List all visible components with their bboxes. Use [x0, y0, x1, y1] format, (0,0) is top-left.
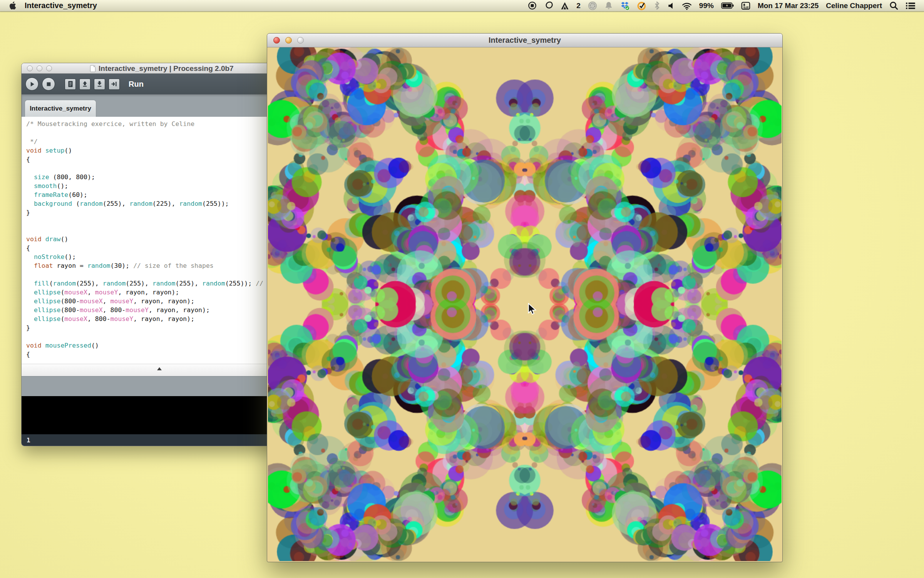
code-line: [26, 164, 292, 173]
code-line: [26, 217, 292, 226]
code-line: ellipse(mouseX, 800-mouseY, rayon, rayon…: [26, 314, 292, 323]
save-arrow-down-icon: [96, 81, 103, 87]
collapse-caret-icon: [157, 367, 162, 370]
code-line: [26, 128, 292, 137]
ide-toolbar: Run: [22, 74, 292, 94]
code-line: size (800, 800);: [26, 173, 292, 181]
menubar-app-name[interactable]: Interactive_symetry: [25, 1, 97, 10]
code-line: {: [26, 155, 292, 164]
status-bar-line-number: 1: [22, 434, 292, 446]
sketch-output-window: Interactive_symetry: [267, 33, 783, 562]
export-arrow-right-icon: [111, 81, 118, 87]
apple-icon[interactable]: [9, 0, 16, 12]
new-document-icon: [67, 81, 74, 87]
open-arrow-up-icon: [82, 81, 88, 87]
shape-outline-icon[interactable]: [544, 0, 553, 12]
adobe-updater-icon[interactable]: [561, 0, 569, 12]
stop-button[interactable]: [42, 77, 55, 91]
console-divider[interactable]: [22, 364, 292, 376]
code-line: /* Mousetracking exercice, written by Ce…: [26, 119, 292, 128]
menu-bar: Interactive_symetry 2: [0, 0, 924, 12]
code-line: void draw(): [26, 235, 292, 244]
volume-icon[interactable]: [668, 0, 675, 12]
spotlight-search-icon[interactable]: [889, 0, 898, 12]
code-line: {: [26, 350, 292, 359]
code-line: ellipse(800-mouseX, mouseY, rayon, rayon…: [26, 297, 292, 306]
app-window-icon[interactable]: [741, 0, 750, 12]
ide-tab-bar: Interactive_symetry: [22, 94, 292, 117]
code-line: void mousePressed(): [26, 341, 292, 350]
battery-icon[interactable]: [721, 0, 734, 12]
ide-title-bar[interactable]: Interactive_symetry | Processing 2.0b7: [22, 63, 292, 74]
sketch-window-title: Interactive_symetry: [267, 36, 782, 45]
adobe-update-count: 2: [576, 2, 581, 10]
code-line: frameRate(60);: [26, 190, 292, 199]
code-line: background (random(255), random(225), ra…: [26, 199, 292, 208]
sketch-title-bar[interactable]: Interactive_symetry: [267, 34, 782, 47]
play-icon: [29, 81, 35, 87]
code-line: [26, 270, 292, 279]
code-line: */: [26, 137, 292, 146]
stop-icon: [46, 82, 51, 87]
code-line: ellipse(800-mouseX, 800-mouseY, rayon, r…: [26, 306, 292, 314]
run-status-label: Run: [129, 80, 144, 89]
notification-center-icon[interactable]: [906, 0, 916, 12]
code-line: void setup(): [26, 146, 292, 155]
code-line: [26, 226, 292, 235]
code-line: }: [26, 208, 292, 217]
screen-recording-icon[interactable]: [528, 0, 537, 12]
mouse-cursor: [527, 303, 538, 316]
code-line: float rayon = random(30); // size of the…: [26, 261, 292, 270]
console-area: [22, 396, 292, 434]
creative-cloud-icon[interactable]: [588, 0, 597, 12]
code-line: }: [26, 323, 292, 332]
run-button[interactable]: [25, 77, 38, 91]
code-line: noStroke();: [26, 252, 292, 261]
battery-percent: 99%: [699, 2, 714, 10]
save-sketch-button[interactable]: [94, 79, 105, 90]
code-editor[interactable]: /* Mousetracking exercice, written by Ce…: [22, 117, 292, 364]
dropbox-icon[interactable]: [620, 0, 630, 12]
menubar-user-name[interactable]: Celine Chappert: [826, 2, 882, 10]
code-line: smooth();: [26, 181, 292, 190]
notifications-bell-icon[interactable]: [604, 0, 613, 12]
ide-close-button[interactable]: [27, 66, 33, 71]
export-button[interactable]: [109, 79, 120, 90]
check-circle-icon[interactable]: [637, 0, 646, 12]
code-line: fill(random(255), random(255), random(25…: [26, 279, 292, 288]
bluetooth-icon[interactable]: [654, 0, 660, 12]
ide-minimize-button[interactable]: [37, 66, 42, 71]
sketch-canvas[interactable]: [268, 47, 782, 561]
menubar-clock[interactable]: Mon 17 Mar 23:25: [758, 2, 819, 10]
ide-window-title: Interactive_symetry | Processing 2.0b7: [99, 64, 234, 73]
document-icon: [90, 65, 95, 72]
message-area: [22, 376, 292, 396]
new-sketch-button[interactable]: [65, 79, 76, 90]
code-line: ellipse(mouseX, mouseY, rayon, rayon);: [26, 288, 292, 297]
ide-zoom-button[interactable]: [46, 66, 52, 71]
processing-ide-window: Interactive_symetry | Processing 2.0b7 R…: [21, 63, 293, 446]
open-sketch-button[interactable]: [79, 79, 90, 90]
code-line: [26, 332, 292, 341]
wifi-icon[interactable]: [682, 0, 692, 12]
tab-interactive-symetry[interactable]: Interactive_symetry: [25, 100, 96, 117]
code-line: {: [26, 244, 292, 252]
